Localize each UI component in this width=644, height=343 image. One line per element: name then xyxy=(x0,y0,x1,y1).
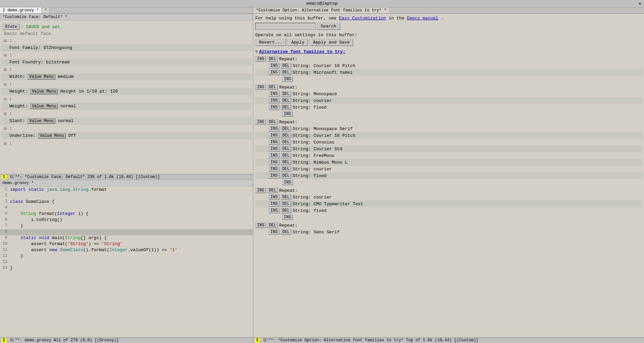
code-text-12: } xyxy=(10,253,253,259)
window-title: emacs@laptop xyxy=(306,1,338,6)
ins-btn-g2[interactable]: INS xyxy=(255,84,266,90)
ins-s-g2-2[interactable]: INS xyxy=(269,98,279,103)
apply-button[interactable]: Apply xyxy=(287,39,308,46)
del-s-g3-8[interactable]: DEL xyxy=(281,173,292,178)
search-button[interactable]: Search xyxy=(317,23,340,30)
status-text-code: U:**- demo.groovy All of 279 (8,0) [(Gro… xyxy=(10,338,119,343)
ins-btn-g5[interactable]: INS xyxy=(255,223,266,228)
del-s-g1-1[interactable]: DEL xyxy=(281,63,292,68)
del-s-g3-7[interactable]: DEL xyxy=(281,166,292,172)
ins-s-g3-8[interactable]: INS xyxy=(269,173,279,178)
state-button[interactable]: State xyxy=(3,24,19,30)
slant-value-menu[interactable]: Value Menu xyxy=(28,118,55,124)
line-num-code-2: 2 xyxy=(0,193,10,198)
str-g4-2: String: CMU Typewriter Text xyxy=(293,202,363,207)
checkbox-6[interactable]: ☑ : xyxy=(3,111,13,117)
ins-only-btn-g4[interactable]: INS xyxy=(282,215,293,220)
width-value-menu[interactable]: Value Menu xyxy=(28,74,55,79)
tab-star[interactable]: * xyxy=(42,7,50,13)
emacs-manual-link[interactable]: Emacs manual xyxy=(407,16,439,21)
setting-checkbox-7: ☑ : xyxy=(1,125,252,132)
del-btn-g3[interactable]: DEL xyxy=(267,119,278,125)
height-value-menu[interactable]: Value Menu xyxy=(30,89,58,94)
title-bar: emacs@laptop ✕ xyxy=(0,0,644,7)
del-btn-g2[interactable]: DEL xyxy=(267,84,278,90)
string-row-g3-7: INS DEL String: courier xyxy=(255,166,642,172)
code-line-12: 12 } xyxy=(0,253,253,260)
code-editor[interactable]: 1 import static java.lang.String.format … xyxy=(0,186,253,337)
checkbox-3[interactable]: ☑ : xyxy=(3,66,13,72)
triangle-icon: ▽ xyxy=(255,49,258,54)
str-g2-1: String: Monospace xyxy=(293,92,337,97)
revert-button[interactable]: Revert... xyxy=(255,39,286,46)
repeat-label-g2: Repeat: xyxy=(279,85,298,90)
ins-s-g3-4[interactable]: INS xyxy=(269,146,279,152)
checkbox-2[interactable]: ☑ : xyxy=(3,52,13,58)
ins-btn-g4[interactable]: INS xyxy=(255,188,266,193)
width-label: Width: Value Menu medium xyxy=(3,74,73,80)
underline-value-menu[interactable]: Value Menu xyxy=(38,133,66,138)
ins-s-g3-5[interactable]: INS xyxy=(269,153,279,158)
close-button[interactable]: ✕ xyxy=(639,1,641,6)
apply-save-button[interactable]: Apply and Save xyxy=(309,39,353,46)
del-btn-g4[interactable]: DEL xyxy=(267,188,278,193)
ins-only-btn-g1[interactable]: INS xyxy=(282,76,293,82)
ins-s-g3-1[interactable]: INS xyxy=(269,126,279,131)
str-g3-2: String: Courier 10 Pitch xyxy=(293,133,355,138)
ins-s-g3-3[interactable]: INS xyxy=(269,139,279,145)
del-s-g3-1[interactable]: DEL xyxy=(281,126,292,131)
ins-s-g2-3[interactable]: INS xyxy=(269,105,279,110)
code-line-4: 4 xyxy=(0,205,253,211)
line-num-code-3: 3 xyxy=(0,199,10,204)
ins-s-g4-2[interactable]: INS xyxy=(269,201,279,207)
ins-s-g1-1[interactable]: INS xyxy=(269,63,279,68)
del-s-g4-2[interactable]: DEL xyxy=(281,201,292,207)
tab-demo-groovy[interactable]: 1 demo.groovy * xyxy=(0,7,42,13)
ins-s-g1-2[interactable]: INS xyxy=(269,70,279,75)
ins-s-g5-1[interactable]: INS xyxy=(269,229,279,235)
tab-customize-option[interactable]: *Customize Option: Alternative font fami… xyxy=(253,7,389,13)
ins-s-g4-3[interactable]: INS xyxy=(269,208,279,213)
string-row-g3-8: INS DEL String: fixed xyxy=(255,172,642,179)
section-title[interactable]: Alternative font families to try: xyxy=(259,49,345,54)
ins-s-g3-2[interactable]: INS xyxy=(269,133,279,138)
checkbox-1[interactable]: ☑ : xyxy=(3,38,13,44)
string-row-g3-1: INS DEL String: Monospace Serif xyxy=(255,125,642,132)
section-header: ▽ Alternative font families to try: xyxy=(255,49,642,54)
str-g3-4: String: Courier Std xyxy=(293,147,342,152)
del-s-g3-4[interactable]: DEL xyxy=(281,146,292,152)
checkbox-8[interactable]: ☑ : xyxy=(3,140,13,146)
del-s-g3-6[interactable]: DEL xyxy=(281,160,292,165)
del-btn-g5[interactable]: DEL xyxy=(267,223,278,228)
ins-s-g3-6[interactable]: INS xyxy=(269,160,279,165)
ins-s-g2-1[interactable]: INS xyxy=(269,91,279,97)
checkbox-5[interactable]: ☑ : xyxy=(3,96,13,102)
ins-btn-g3[interactable]: INS xyxy=(255,119,266,125)
weight-value-menu[interactable]: Value Menu xyxy=(30,104,58,109)
del-s-g2-1[interactable]: DEL xyxy=(281,91,292,97)
ins-only-btn-g3[interactable]: INS xyxy=(282,180,293,185)
del-s-g1-2[interactable]: DEL xyxy=(281,70,292,75)
del-s-g3-2[interactable]: DEL xyxy=(281,133,292,138)
checkbox-4[interactable]: ☑ : xyxy=(3,81,13,87)
del-s-g3-5[interactable]: DEL xyxy=(281,153,292,158)
right-tab-bar: *Customize Option: Alternative font fami… xyxy=(253,7,644,14)
ins-only-g3: INS xyxy=(255,179,642,186)
checkbox-7[interactable]: ☑ : xyxy=(3,125,13,131)
ins-s-g4-1[interactable]: INS xyxy=(269,194,279,200)
del-s-g4-1[interactable]: DEL xyxy=(281,194,292,200)
del-s-g2-3[interactable]: DEL xyxy=(281,105,292,110)
del-s-g3-3[interactable]: DEL xyxy=(281,139,292,145)
state-row: State : SAVED and set. xyxy=(1,23,252,31)
ins-only-btn-g2[interactable]: INS xyxy=(282,111,293,117)
ins-btn-g1[interactable]: INS xyxy=(255,56,266,62)
str-g3-6: String: Nimbus Mono L xyxy=(293,160,347,165)
del-btn-g1[interactable]: DEL xyxy=(267,56,278,62)
del-s-g5-1[interactable]: DEL xyxy=(281,229,292,235)
code-line-9: 9 static void main(String[] args) { xyxy=(0,235,253,241)
del-s-g2-2[interactable]: DEL xyxy=(281,98,292,103)
search-input[interactable] xyxy=(255,23,316,30)
del-s-g4-3[interactable]: DEL xyxy=(281,208,292,213)
easy-customization-link[interactable]: Easy Customization xyxy=(339,16,386,21)
ins-s-g3-7[interactable]: INS xyxy=(269,166,279,172)
